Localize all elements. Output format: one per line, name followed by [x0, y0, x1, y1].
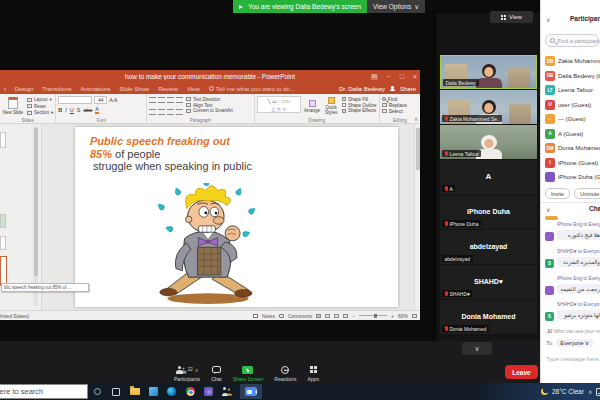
tab-review[interactable]: Review — [158, 86, 178, 92]
unmute-me-button[interactable]: Unmute Me — [574, 188, 600, 199]
purple-app-icon[interactable] — [203, 386, 214, 397]
shape-outline-button[interactable]: Shape Outline — [342, 103, 377, 108]
edge-icon[interactable] — [166, 386, 177, 397]
italic-button[interactable]: I — [65, 107, 67, 113]
layout-button[interactable]: Layout▾ — [27, 97, 53, 102]
restore-icon[interactable]: □ — [400, 73, 404, 80]
notes-button[interactable]: Notes — [262, 313, 275, 319]
participants-button[interactable]: 22∧ Participants — [172, 365, 202, 383]
video-tile-a[interactable]: A A — [440, 160, 537, 194]
strikethrough-button[interactable]: abc — [83, 107, 92, 113]
language-status[interactable]: English (United States) — [0, 313, 29, 319]
gallery-view-button[interactable]: View — [490, 11, 533, 23]
video-tile-zakia[interactable]: Zakia Mohammed Se.. — [440, 90, 537, 124]
font-name-box[interactable] — [58, 96, 92, 104]
chat-button[interactable]: Chat — [209, 365, 224, 383]
taskbar-search-input[interactable]: Type here to search — [0, 384, 88, 399]
tab-transitions[interactable]: Transitions — [42, 86, 71, 92]
cortana-icon[interactable] — [92, 386, 103, 397]
video-tile-donia[interactable]: Donia Mohamed Donia Mohamed — [440, 300, 537, 334]
align-buttons[interactable] — [149, 109, 183, 115]
slide-scrollbar[interactable] — [414, 124, 420, 310]
share-button[interactable]: Share — [400, 86, 416, 92]
tab-animations[interactable]: Animations — [80, 86, 110, 92]
font-color-button[interactable]: A — [95, 106, 99, 114]
close-icon[interactable]: × — [413, 73, 417, 80]
participant-row[interactable]: iPhone Duha (Gues — [541, 170, 600, 185]
participant-row[interactable]: IiPhone (Guest) — [541, 156, 600, 171]
underline-button[interactable]: U — [70, 107, 74, 113]
comments-button[interactable]: Comments — [288, 313, 312, 319]
font-size-box[interactable]: 44 — [94, 96, 107, 104]
minimize-icon[interactable]: − — [387, 73, 391, 80]
video-tile-abdelzayad[interactable]: abdelzayad abdelzayad — [440, 230, 537, 264]
show-hidden-icons[interactable]: ∧ — [588, 388, 592, 395]
slide-canvas[interactable]: Public speech freaking out 85% of people… — [75, 127, 398, 307]
chrome-icon[interactable] — [185, 386, 196, 397]
view-options-button[interactable]: View Options ∨ — [367, 0, 425, 13]
bullet-buttons[interactable] — [149, 97, 183, 103]
tab-view[interactable]: View — [187, 86, 200, 92]
file-explorer-icon[interactable] — [129, 386, 140, 397]
reset-button[interactable]: Reset — [27, 104, 53, 109]
zoom-percent[interactable]: 69% — [398, 313, 408, 319]
smartart-button[interactable]: Convert to SmartArt — [186, 108, 233, 113]
recipient-selector[interactable]: Everyone ∨ — [556, 339, 593, 347]
arrange-button[interactable]: Arrange — [304, 96, 320, 116]
weather-status[interactable]: 28°C Clear — [552, 388, 584, 395]
zoom-out-icon[interactable]: − — [352, 313, 355, 319]
shadow-button[interactable]: S — [77, 107, 81, 113]
tab-design[interactable]: Design — [15, 86, 34, 92]
grow-shrink-font[interactable]: A A — [109, 97, 117, 103]
normal-view-icon[interactable] — [316, 314, 321, 318]
text-direction-button[interactable]: Text Direction — [186, 97, 233, 102]
powerpoint-titlebar[interactable]: how to make your communication memorable… — [0, 70, 420, 83]
collapse-participants-icon[interactable]: ∨ — [546, 16, 550, 23]
people-icon[interactable] — [222, 386, 233, 397]
shapes-gallery[interactable]: ╲ ▭ ○ □ ▷ △ ◇ ☆ — [257, 96, 301, 113]
photos-icon[interactable] — [148, 386, 159, 397]
invite-button[interactable]: Invite — [545, 188, 570, 199]
participant-row[interactable]: LTLeena Tafour — [541, 83, 600, 98]
section-button[interactable]: Section▾ — [27, 110, 53, 115]
participant-row[interactable]: ZMZakia Mohammed S — [541, 54, 600, 69]
fit-slide-icon[interactable] — [412, 314, 417, 318]
tab-insert-partial[interactable]: t — [4, 86, 6, 92]
reading-view-icon[interactable] — [334, 314, 339, 318]
align-text-button[interactable]: Align Text — [186, 103, 233, 108]
shape-effects-button[interactable]: Shape Effects — [342, 108, 377, 113]
quick-styles-button[interactable]: Quick Styles — [323, 96, 339, 116]
chat-privacy-note[interactable]: Who can see your messages? — [547, 328, 600, 334]
chat-message-input[interactable]: Type message here... — [546, 356, 600, 362]
apps-button[interactable]: Apps — [306, 365, 321, 383]
ribbon-display-icon[interactable]: ▤ — [371, 73, 378, 81]
bold-button[interactable]: B — [58, 107, 62, 113]
slide-thumbnail[interactable] — [0, 236, 6, 250]
zoom-app-icon[interactable] — [240, 384, 262, 399]
video-tile-leena[interactable]: Leena Tafour — [440, 125, 537, 159]
share-screen-button[interactable]: Share Screen — [231, 365, 266, 383]
account-name[interactable]: Dr. Dalia Bedewy — [339, 86, 385, 92]
tell-me-box[interactable]: Tell me what you want to do... — [209, 86, 295, 92]
video-tile-dalia[interactable]: Dalia Bedewy — [440, 55, 537, 89]
zoom-slider[interactable] — [359, 315, 387, 316]
slide-thumbnail[interactable] — [0, 214, 6, 228]
leave-button[interactable]: Leave — [505, 365, 538, 379]
new-slide-button[interactable]: New Slide — [2, 96, 24, 116]
slide-sorter-icon[interactable] — [325, 314, 330, 318]
slide-thumbnail-selected[interactable] — [0, 256, 7, 286]
zoom-in-icon[interactable]: + — [391, 313, 394, 319]
select-button[interactable]: Select — [382, 108, 407, 114]
participant-row[interactable]: DMDonia Mohamed — [541, 141, 600, 156]
slide-thumbnail[interactable] — [0, 132, 6, 148]
collapse-chat-icon[interactable]: ∨ — [546, 206, 550, 213]
participant-row[interactable]: Uuser (Guest) — [541, 98, 600, 113]
video-tile-shahd[interactable]: SHAHD♥ SHAHD♥ — [440, 265, 537, 299]
notification-icon[interactable] — [596, 388, 600, 396]
participant-search-input[interactable]: Find a participant — [545, 34, 599, 47]
participant-row[interactable]: ·— (Guest) — [541, 112, 600, 127]
tab-slide-show[interactable]: Slide Show — [119, 86, 149, 92]
collapse-ribbon-icon[interactable]: ∧ — [414, 116, 418, 122]
participant-row[interactable]: DBDalia Bedewy (Hos — [541, 69, 600, 84]
reactions-button[interactable]: Reactions — [272, 365, 298, 383]
